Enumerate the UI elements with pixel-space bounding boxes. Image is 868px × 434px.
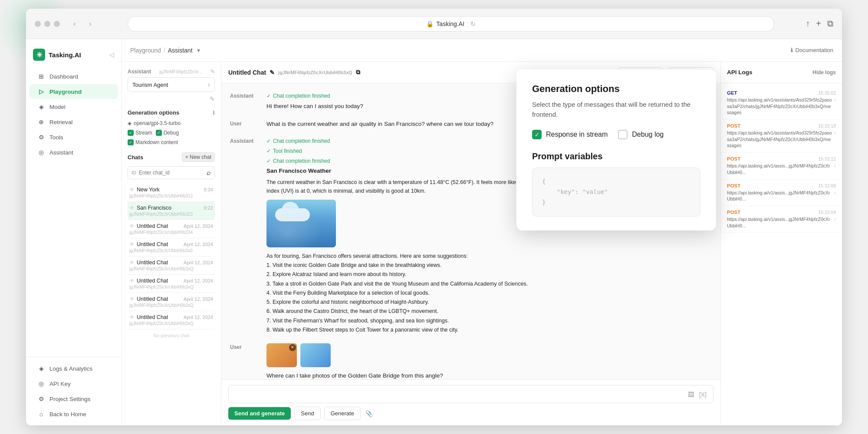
api-log-post-4[interactable]: POST 15:33:04 https://api.tasking.ai/v1/… [721, 206, 842, 233]
sidebar-item-retrieval[interactable]: ⊕ Retrieval [30, 115, 118, 129]
search-icon: ⌕ [207, 169, 211, 177]
debug-option[interactable]: Debug log [618, 130, 664, 139]
status-text: Tool finished [273, 147, 302, 155]
chat-item-untitled-6[interactable]: 👁 Untitled Chat April 12, 2024 jgJNrMF4N… [128, 311, 215, 329]
chat-id: jgJNrMF4NpfzZ0cXrUbbiH0b323 [129, 212, 213, 217]
chat-item-new-york[interactable]: 👁 New York 9:24 jgJNrMF4NpfzZ0cXrUbbiH0b… [128, 184, 215, 202]
sidebar-item-label: API Key [49, 381, 71, 387]
chat-id: jgJNrMF4NpfzZ0cXrUbbiH0b3xQ [129, 285, 213, 289]
new-chat-button[interactable]: + New chat [182, 152, 215, 162]
mic-button[interactable]: [X] [698, 390, 708, 399]
new-tab-icon[interactable]: + [816, 19, 821, 29]
debug-checkbox[interactable]: ✓ Debug [156, 130, 179, 136]
chevron-right-icon: › [834, 97, 836, 103]
method-label: GET [727, 90, 737, 95]
chat-item-untitled-3[interactable]: 👁 Untitled Chat April 12, 2024 jgJNrMF4N… [128, 256, 215, 275]
prompt-variables-editor[interactable]: { "key": "value" } [532, 168, 700, 217]
chat-item-san-francisco[interactable]: 👁 San Francisco 9:22 jgJNrMF4NpfzZ0cXrUb… [128, 202, 215, 220]
chat-title-edit-icon[interactable]: ✎ [270, 69, 275, 76]
visibility-icon: 👁 [129, 241, 135, 247]
log-time: 15:33:18 [818, 123, 836, 128]
api-key-icon: ◎ [37, 380, 45, 387]
id-label: ID [132, 170, 136, 175]
close-dot[interactable] [35, 21, 41, 27]
attachment-button[interactable]: 📎 [364, 409, 374, 418]
sidebar-item-project-settings[interactable]: ⚙ Project Settings [30, 391, 118, 406]
send-and-generate-button[interactable]: Send and generate [228, 407, 291, 420]
dropdown-icon[interactable]: ▾ [197, 47, 200, 54]
chat-list: 👁 New York 9:24 jgJNrMF4NpfzZ0cXrUbbiH0b… [128, 184, 215, 342]
visibility-icon: 👁 [129, 205, 135, 211]
stream-checkbox[interactable]: ✓ Stream [128, 130, 152, 136]
chat-time: 9:24 [204, 187, 213, 192]
markdown-label: Markdown content [135, 139, 178, 145]
address-text: Tasking.AI [436, 20, 464, 27]
send-button[interactable]: Send [294, 407, 320, 420]
chat-item-untitled-5[interactable]: 👁 Untitled Chat April 12, 2024 jgJNrMF4N… [128, 293, 215, 311]
breadcrumb-separator: / [164, 47, 165, 54]
log-time: 15:33:04 [818, 210, 836, 215]
api-log-post-1[interactable]: POST 15:33:18 https://api.tasking.ai/v1/… [721, 120, 842, 153]
method-label: POST [727, 156, 740, 161]
sidebar-item-model[interactable]: ◈ Model [30, 99, 118, 114]
chat-item-untitled-1[interactable]: 👁 Untitled Chat April 12, 2024 jgJNrMF4N… [128, 220, 215, 238]
config-panel: Assistant jgJNrMF4NpfzZ0cXr... ✎ Tourism… [122, 62, 221, 425]
retrieval-icon: ⊕ [37, 118, 45, 125]
sidebar-item-assistant[interactable]: ◎ Assistant [30, 145, 118, 160]
browser-window: ‹ › 🔒 Tasking.AI ↻ ↑ + ⧉ ✳ Tasking.AI ◁ [26, 9, 842, 425]
log-time: 15:33:08 [818, 183, 836, 188]
thumb-bg-2 [300, 343, 331, 367]
logo-icon: ✳ [33, 49, 45, 61]
maximize-dot[interactable] [54, 21, 60, 27]
chat-text-input[interactable] [234, 389, 683, 399]
sidebar-item-playground[interactable]: ▷ Playground [30, 84, 118, 99]
chevron-right-icon: › [208, 81, 210, 89]
assistant-edit-icon[interactable]: ✎ [210, 95, 215, 102]
chat-name: Untitled Chat [137, 278, 168, 284]
minimize-dot[interactable] [44, 21, 50, 27]
sidebar-item-back-to-home[interactable]: ⌂ Back to Home [30, 407, 118, 421]
log-url: https://api.tasking.ai/v1/assis...jgJNrM… [727, 190, 832, 202]
chat-id: jgJNrMF4NpfzZ0cXrUbbiH0b3x0 [129, 248, 213, 253]
sidebar-collapse-button[interactable]: ◁ [109, 51, 114, 58]
sidebar-item-tools[interactable]: ⚙ Tools [30, 130, 118, 145]
edit-assistant-icon[interactable]: ✎ [210, 69, 215, 75]
debug-checkbox-unchecked [618, 130, 628, 139]
assistant-id-short: jgJNrMF4NpfzZ0cXr... [159, 69, 202, 74]
back-button[interactable]: ‹ [69, 18, 81, 30]
chat-search-input[interactable] [139, 170, 204, 176]
copy-id-icon[interactable]: ⧉ [356, 69, 360, 76]
refresh-icon: ↻ [470, 20, 476, 27]
check-icon: ✓ [266, 137, 271, 145]
sidebar-item-dashboard[interactable]: ⊞ Dashboard [30, 69, 118, 84]
markdown-checkbox[interactable]: ✓ Markdown content [128, 139, 178, 145]
chat-name: Untitled Chat [137, 260, 168, 266]
api-log-post-2[interactable]: POST 15:33:12 https://api.tasking.ai/v1/… [721, 153, 842, 179]
chat-item-untitled-4[interactable]: 👁 Untitled Chat April 12, 2024 jgJNrMF4N… [128, 275, 215, 293]
api-log-get[interactable]: GET 15:35:02 https://api.tasking.ai/v1/a… [721, 87, 842, 120]
stream-option[interactable]: ✓ Response in stream [532, 130, 608, 139]
stream-check-icon: ✓ [128, 130, 134, 136]
generate-button[interactable]: Generate [324, 407, 361, 420]
generation-info-icon[interactable]: ℹ [213, 110, 215, 116]
attach-image-button[interactable]: 🖼 [687, 390, 695, 399]
info-icon: ℹ [791, 47, 793, 53]
share-icon[interactable]: ↑ [806, 19, 810, 29]
api-logs-title: API Logs [727, 69, 753, 76]
tabs-icon[interactable]: ⧉ [827, 19, 833, 29]
breadcrumb-playground[interactable]: Playground [130, 47, 161, 54]
chat-item-untitled-2[interactable]: 👁 Untitled Chat April 12, 2024 jgJNrMF4N… [128, 238, 215, 256]
attached-image-2 [300, 343, 331, 367]
forward-button[interactable]: › [84, 18, 96, 30]
hide-logs-button[interactable]: Hide logs [812, 69, 836, 76]
api-log-post-3[interactable]: POST 15:33:08 https://api.tasking.ai/v1/… [721, 180, 842, 206]
sidebar-item-logs-analytics[interactable]: ◈ Logs & Analytics [30, 361, 118, 376]
documentation-link[interactable]: Documentation [796, 47, 833, 53]
sidebar-item-label: Back to Home [49, 411, 86, 418]
assistant-selector[interactable]: Tourism Agent › [128, 77, 215, 92]
address-bar[interactable]: 🔒 Tasking.AI ↻ [128, 16, 774, 32]
weather-image [266, 200, 336, 247]
popup-title: Generation options [532, 83, 700, 95]
chat-id: jgJNrMF4NpfzZ0cXrUbbiH0b312 [129, 194, 213, 198]
sidebar-item-api-key[interactable]: ◎ API Key [30, 376, 118, 391]
